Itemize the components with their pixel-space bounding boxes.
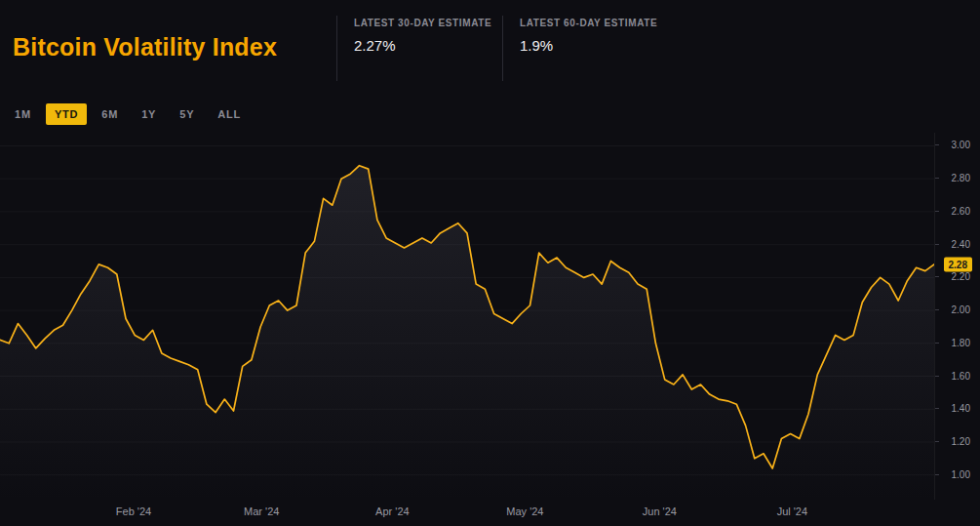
y-tick-label: 1.20 — [952, 436, 970, 448]
y-axis-tick: 2.40 — [935, 239, 980, 251]
y-tick-mark — [935, 309, 939, 310]
y-tick-mark — [935, 376, 939, 377]
stat-60-day-label: LATEST 60-DAY ESTIMATE — [520, 18, 668, 28]
y-axis-tick: 1.20 — [935, 436, 980, 448]
area-fill — [0, 166, 934, 500]
x-tick-label: Apr '24 — [375, 506, 410, 517]
last-value-badge: 2.28 — [944, 257, 972, 271]
y-axis-tick: 1.80 — [935, 338, 980, 349]
stat-30-day-value: 2.27% — [354, 37, 502, 54]
chart-plot[interactable]: Feb '24Mar '24Apr '24May '24Jun '24Jul '… — [0, 133, 934, 500]
y-tick-label: 2.60 — [952, 206, 970, 218]
x-tick-label: Mar '24 — [244, 506, 279, 517]
header: Bitcoin Volatility Index LATEST 30-DAY E… — [0, 0, 980, 95]
y-tick-mark — [935, 474, 939, 475]
y-tick-mark — [935, 343, 939, 344]
y-axis-tick: 2.00 — [935, 304, 980, 316]
y-tick-label: 1.40 — [952, 403, 970, 415]
y-tick-mark — [935, 144, 939, 145]
title-block: Bitcoin Volatility Index — [0, 0, 336, 95]
y-tick-mark — [935, 441, 939, 442]
x-tick-label: Jul '24 — [777, 506, 807, 517]
range-tab-5y[interactable]: 5Y — [171, 103, 203, 125]
range-tab-all[interactable]: ALL — [209, 103, 250, 125]
y-axis-tick: 1.40 — [935, 403, 980, 415]
stat-30-day: LATEST 30-DAY ESTIMATE 2.27% — [336, 16, 502, 81]
y-tick-label: 3.00 — [952, 140, 970, 151]
chart-svg[interactable] — [0, 133, 934, 500]
y-axis-tick: 3.00 — [935, 140, 980, 151]
y-tick-label: 1.80 — [952, 338, 970, 349]
y-tick-label: 2.20 — [952, 271, 970, 283]
x-axis-labels: Feb '24Mar '24Apr '24May '24Jun '24Jul '… — [0, 502, 934, 526]
y-tick-mark — [935, 408, 939, 409]
stat-60-day-value: 1.9% — [520, 37, 668, 54]
y-axis-tick: 2.60 — [935, 206, 980, 218]
y-axis: 2.28 3.002.802.602.402.202.001.801.601.4… — [934, 133, 980, 500]
y-tick-label: 1.60 — [952, 371, 970, 383]
x-tick-label: May '24 — [506, 506, 543, 517]
chart: Feb '24Mar '24Apr '24May '24Jun '24Jul '… — [0, 133, 980, 526]
range-tab-1m[interactable]: 1M — [6, 103, 40, 125]
range-tabs: 1M YTD 6M 1Y 5Y ALL — [0, 95, 980, 133]
y-tick-label: 1.00 — [952, 469, 970, 481]
x-tick-label: Jun '24 — [643, 506, 677, 517]
y-tick-mark — [935, 276, 939, 277]
y-axis-tick: 1.60 — [935, 371, 980, 383]
range-tab-ytd[interactable]: YTD — [46, 103, 87, 125]
y-tick-mark — [935, 211, 939, 212]
x-tick-label: Feb '24 — [116, 506, 151, 517]
y-axis-tick: 2.80 — [935, 173, 980, 184]
y-tick-label: 2.40 — [952, 239, 970, 251]
stat-30-day-label: LATEST 30-DAY ESTIMATE — [354, 18, 502, 28]
y-tick-mark — [935, 244, 939, 245]
y-tick-mark — [935, 178, 939, 179]
range-tab-1y[interactable]: 1Y — [133, 103, 165, 125]
y-tick-label: 2.80 — [952, 173, 970, 184]
y-axis-tick: 1.00 — [935, 469, 980, 481]
range-tab-6m[interactable]: 6M — [93, 103, 127, 125]
y-axis-tick: 2.20 — [935, 271, 980, 283]
y-tick-label: 2.00 — [952, 304, 970, 316]
stat-60-day: LATEST 60-DAY ESTIMATE 1.9% — [502, 16, 668, 81]
page-title: Bitcoin Volatility Index — [13, 33, 277, 61]
